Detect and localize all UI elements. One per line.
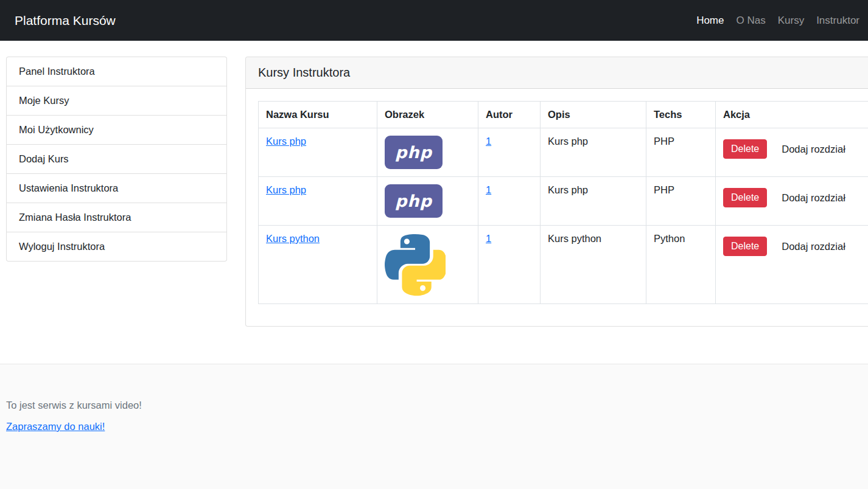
- table-row: Kurs php php 1 Kurs php PHP Delete Dodaj…: [259, 177, 868, 226]
- navbar-menu: Home O Nas Kursy Instruktor: [684, 15, 859, 27]
- col-header-techs: Techs: [646, 102, 716, 128]
- col-header-autor: Autor: [478, 102, 541, 128]
- navbar-inner: Platforma Kursów Home O Nas Kursy Instru…: [0, 13, 868, 28]
- instructor-sidebar: Panel Instruktora Moje Kursy Moi Użytkow…: [6, 57, 227, 262]
- add-chapter-link[interactable]: Dodaj rozdział: [782, 241, 845, 252]
- course-description: Kurs php: [541, 177, 646, 226]
- courses-table: Nazwa Kursu Obrazek Autor Opis Techs Akc…: [258, 101, 868, 304]
- col-header-opis: Opis: [541, 102, 646, 128]
- sidebar-item-zmiana-hasla-instruktora[interactable]: Zmiana Hasła Instruktora: [6, 203, 227, 232]
- sidebar-item-moje-kursy[interactable]: Moje Kursy: [6, 86, 227, 115]
- add-chapter-link[interactable]: Dodaj rozdział: [782, 144, 845, 155]
- nav-item-instruktor[interactable]: Instruktor: [816, 15, 859, 26]
- top-navbar: Platforma Kursów Home O Nas Kursy Instru…: [0, 0, 868, 41]
- course-techs: PHP: [646, 177, 716, 226]
- sidebar-item-ustawienia-instruktora[interactable]: Ustawienia Instruktora: [6, 173, 227, 203]
- sidebar-item-moi-uzytkownicy[interactable]: Moi Użytkownicy: [6, 115, 227, 144]
- course-description: Kurs php: [541, 128, 646, 177]
- nav-item-o-nas[interactable]: O Nas: [736, 15, 765, 26]
- courses-card-body: Nazwa Kursu Obrazek Autor Opis Techs Akc…: [246, 89, 868, 326]
- sidebar-item-dodaj-kurs[interactable]: Dodaj Kurs: [6, 144, 227, 173]
- course-name-link[interactable]: Kurs php: [266, 184, 306, 195]
- delete-button[interactable]: Delete: [723, 188, 767, 207]
- page-footer: To jest serwis z kursami video! Zaprasza…: [0, 364, 868, 489]
- author-link[interactable]: 1: [486, 136, 491, 147]
- course-techs: PHP: [646, 128, 716, 177]
- course-techs: Python: [646, 226, 716, 304]
- course-description: Kurs python: [541, 226, 646, 304]
- action-cell: Delete Dodaj rozdział: [723, 139, 868, 159]
- author-link[interactable]: 1: [486, 184, 491, 195]
- delete-button[interactable]: Delete: [723, 139, 767, 159]
- table-header-row: Nazwa Kursu Obrazek Autor Opis Techs Akc…: [259, 102, 868, 128]
- sidebar-item-panel-instruktora[interactable]: Panel Instruktora: [6, 57, 227, 86]
- action-cell: Delete Dodaj rozdział: [723, 188, 868, 207]
- add-chapter-link[interactable]: Dodaj rozdział: [782, 192, 845, 204]
- nav-item-home[interactable]: Home: [696, 15, 724, 26]
- php-logo: php: [385, 184, 443, 218]
- python-logo: [385, 233, 446, 296]
- table-row: Kurs python 1 Kurs python Python: [259, 226, 868, 304]
- course-name-link[interactable]: Kurs python: [266, 233, 320, 244]
- sidebar-item-wyloguj-instruktora[interactable]: Wyloguj Instruktora: [6, 232, 227, 262]
- courses-card: Kursy Instruktora Nazwa Kursu Obrazek Au…: [245, 57, 868, 327]
- author-link[interactable]: 1: [486, 233, 491, 244]
- action-cell: Delete Dodaj rozdział: [723, 237, 868, 256]
- col-header-akcja: Akcja: [716, 102, 868, 128]
- delete-button[interactable]: Delete: [723, 237, 767, 256]
- php-logo: php: [385, 136, 443, 169]
- course-name-link[interactable]: Kurs php: [266, 136, 306, 147]
- table-row: Kurs php php 1 Kurs php PHP Delete Dodaj…: [259, 128, 868, 177]
- footer-text: To jest serwis z kursami video!: [6, 400, 862, 411]
- footer-invite-link[interactable]: Zapraszamy do nauki!: [6, 421, 105, 432]
- page-title: Kursy Instruktora: [246, 57, 868, 89]
- col-header-obrazek: Obrazek: [377, 102, 478, 128]
- page-body: Panel Instruktora Moje Kursy Moi Użytkow…: [0, 41, 868, 327]
- col-header-nazwa-kursu: Nazwa Kursu: [259, 102, 377, 128]
- navbar-brand[interactable]: Platforma Kursów: [15, 13, 116, 28]
- nav-item-kursy[interactable]: Kursy: [778, 15, 804, 26]
